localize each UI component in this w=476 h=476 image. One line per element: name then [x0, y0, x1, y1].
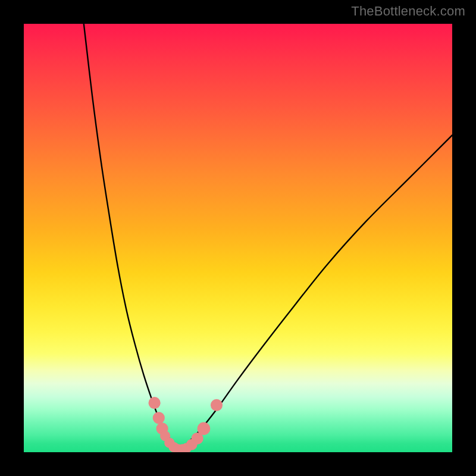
plot-area [24, 24, 452, 452]
highlight-dot [153, 412, 165, 424]
highlight-dot [211, 399, 223, 411]
highlight-dots-group [149, 397, 223, 452]
chart-frame: TheBottleneck.com [0, 0, 476, 476]
curve-layer [24, 24, 452, 452]
curve-left-branch [84, 24, 178, 450]
highlight-dot [149, 397, 161, 409]
watermark-text: TheBottleneck.com [351, 4, 465, 19]
highlight-dot [198, 422, 211, 436]
